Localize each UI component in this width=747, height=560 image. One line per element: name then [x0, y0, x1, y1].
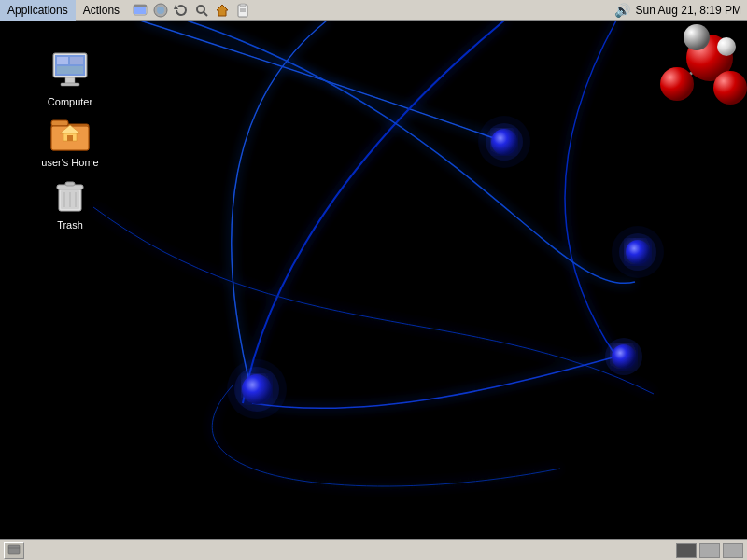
- svg-rect-42: [57, 66, 83, 74]
- svg-rect-41: [70, 57, 83, 64]
- svg-marker-5: [174, 5, 178, 9]
- svg-rect-48: [67, 135, 73, 141]
- volume-icon[interactable]: 🔊: [614, 3, 630, 18]
- panel-left: Applications Actions: [0, 0, 127, 21]
- desktop-icon-trash[interactable]: Trash: [33, 172, 107, 231]
- home-folder-icon: [48, 109, 92, 154]
- svg-point-32: [660, 67, 694, 101]
- svg-rect-38: [65, 77, 75, 83]
- trash-icon-label: Trash: [57, 219, 83, 231]
- icon-clipboard[interactable]: [233, 1, 252, 20]
- svg-rect-44: [51, 120, 68, 126]
- svg-point-27: [605, 338, 642, 375]
- desktop-icon-home[interactable]: user's Home: [33, 109, 107, 168]
- taskbar-show-desktop[interactable]: [4, 542, 24, 559]
- svg-point-6: [197, 6, 204, 13]
- svg-point-22: [227, 359, 287, 419]
- computer-icon-label: Computer: [48, 96, 92, 107]
- svg-rect-52: [65, 182, 75, 186]
- home-icon-label: user's Home: [41, 157, 98, 168]
- panel-quick-launch: [131, 1, 252, 20]
- panel-right: 🔊 Sun Aug 21, 8:19 PM: [614, 3, 747, 18]
- icon-home-panel[interactable]: [213, 1, 232, 20]
- workspace-2[interactable]: [699, 543, 720, 558]
- icon-back[interactable]: [131, 1, 149, 20]
- svg-rect-2: [134, 5, 147, 7]
- icon-search[interactable]: [192, 1, 211, 20]
- svg-point-34: [684, 24, 710, 50]
- svg-line-7: [204, 12, 207, 16]
- workspace-3[interactable]: [723, 543, 743, 558]
- icon-refresh[interactable]: [172, 1, 190, 20]
- icon-forward[interactable]: [151, 1, 170, 20]
- svg-marker-8: [217, 5, 228, 16]
- trash-icon: [48, 172, 92, 217]
- molecule-decoration: [626, 21, 747, 123]
- applications-menu[interactable]: Applications: [0, 0, 76, 21]
- taskbar-workspace-switcher: [676, 543, 743, 558]
- top-panel: Applications Actions 🔊 Sun Aug 21, 8:19 …: [0, 0, 747, 21]
- svg-point-19: [478, 116, 530, 168]
- svg-point-33: [713, 71, 747, 105]
- svg-rect-1: [134, 7, 146, 14]
- svg-rect-39: [61, 83, 79, 86]
- computer-icon: [48, 49, 92, 93]
- desktop: Computer user's Home: [0, 21, 747, 560]
- svg-point-4: [157, 7, 164, 14]
- svg-rect-40: [57, 57, 68, 64]
- bottom-panel: [0, 539, 747, 560]
- datetime-label: Sun Aug 21, 8:19 PM: [636, 4, 741, 17]
- svg-point-35: [717, 37, 736, 56]
- desktop-icon-computer[interactable]: Computer: [33, 49, 107, 107]
- svg-rect-10: [240, 4, 246, 7]
- workspace-1[interactable]: [676, 543, 697, 558]
- svg-point-25: [612, 226, 664, 278]
- actions-menu[interactable]: Actions: [76, 0, 127, 21]
- svg-rect-56: [8, 545, 20, 554]
